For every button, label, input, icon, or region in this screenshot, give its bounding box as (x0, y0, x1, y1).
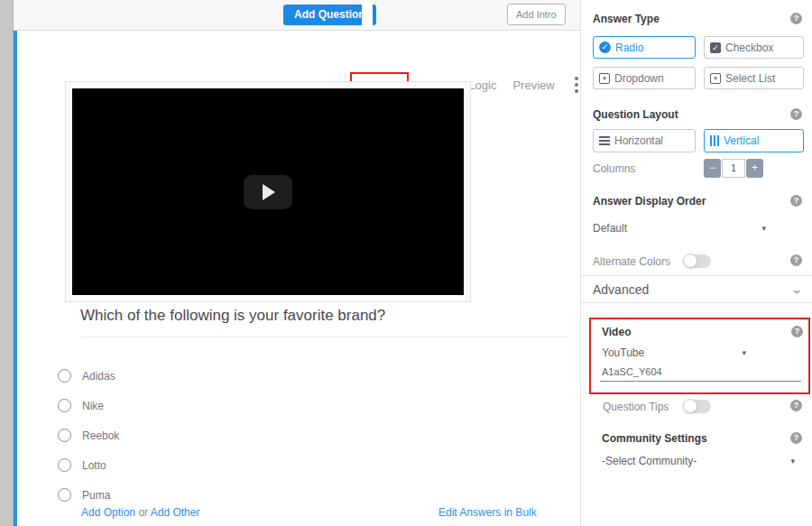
add-intro-button[interactable]: Add Intro (507, 4, 566, 25)
answer-display-order-select[interactable]: Default ▾ (593, 222, 766, 235)
edit-answers-in-bulk-link[interactable]: Edit Answers in Bulk (438, 506, 537, 519)
answer-display-order-label: Answer Display Order (593, 195, 706, 208)
alternate-colors-toggle[interactable] (684, 254, 711, 268)
layout-horizontal-button[interactable]: Horizontal (593, 129, 696, 152)
left-rail (0, 0, 14, 526)
answer-type-option-label: Checkbox (725, 42, 773, 54)
add-option-link[interactable]: Add Option (81, 506, 135, 519)
caret-down-icon: ▾ (790, 457, 795, 466)
question-title[interactable]: Which of the following is your favorite … (80, 307, 570, 337)
answer-option-row: Adidas (58, 361, 119, 391)
radio-check-icon: ✓ (599, 42, 611, 53)
answer-type-option-label: Radio (615, 42, 643, 54)
answer-option-row: Reebok (58, 420, 119, 450)
community-settings-help-icon[interactable]: ? (790, 432, 802, 444)
answer-type-dropdown-button[interactable]: ▾ Dropdown (593, 67, 696, 89)
option-label[interactable]: Puma (82, 489, 110, 502)
layout-vertical-button[interactable]: Vertical (704, 129, 804, 152)
question-layout-help-icon[interactable]: ? (790, 108, 802, 120)
radio-button-icon[interactable] (58, 429, 71, 442)
option-label[interactable]: Adidas (82, 370, 115, 383)
question-tips-toggle[interactable] (684, 400, 711, 413)
answer-type-label: Answer Type (593, 13, 660, 25)
radio-button-icon[interactable] (58, 369, 71, 383)
answer-display-order-value: Default (593, 222, 627, 235)
question-layout-label: Question Layout (593, 108, 678, 121)
answer-option-row: Lotto (58, 450, 119, 480)
settings-panel: Answer Type ? ✓ Radio ✓ Checkbox ▾ Dropd… (580, 0, 812, 526)
community-select[interactable]: -Select Community- ▾ (602, 455, 795, 467)
answer-option-row: Nike (58, 391, 119, 420)
dropdown-icon: ▾ (599, 73, 610, 84)
video-help-icon[interactable]: ? (791, 326, 803, 337)
columns-value[interactable]: 1 (722, 159, 745, 178)
toolbar-gap (362, 0, 373, 27)
video-label: Video (602, 326, 631, 338)
checkbox-icon: ✓ (710, 42, 721, 53)
radio-button-icon[interactable] (58, 399, 71, 412)
columns-stepper: − 1 + (704, 159, 763, 178)
columns-label: Columns (593, 162, 635, 175)
play-button[interactable] (244, 175, 292, 209)
alternate-colors-label: Alternate Colors (593, 255, 670, 268)
video-id-input[interactable] (600, 364, 801, 382)
answer-type-option-label: Dropdown (614, 72, 664, 85)
chevron-down-icon: ⌄ (790, 283, 803, 296)
tab-preview[interactable]: Preview (512, 78, 554, 92)
answer-type-help-icon[interactable]: ? (790, 13, 802, 24)
layout-option-label: Horizontal (614, 134, 663, 147)
community-select-value: -Select Community- (602, 455, 697, 467)
select-list-icon: ▾ (710, 73, 721, 84)
toggle-knob (683, 399, 697, 413)
vertical-bars-icon (710, 135, 719, 146)
question-video-player (65, 81, 471, 302)
columns-decrement-button[interactable]: − (704, 159, 721, 178)
option-label[interactable]: Nike (82, 400, 104, 412)
radio-button-icon[interactable] (58, 458, 71, 472)
top-toolbar: Add Question Add Intro (14, 0, 580, 31)
community-settings-label: Community Settings (602, 432, 707, 445)
tab-logic[interactable]: Logic (468, 78, 496, 92)
answer-type-radio-button[interactable]: ✓ Radio (593, 36, 696, 59)
or-text: or (138, 506, 148, 519)
caret-down-icon: ▾ (761, 224, 766, 233)
answer-options-list: Adidas Nike Reebok Lotto Puma (58, 361, 119, 510)
question-tips-help-icon[interactable]: ? (790, 400, 802, 411)
radio-button-icon[interactable] (58, 488, 71, 502)
question-card: Settings Copy Logic Preview Which of the… (14, 31, 580, 526)
video-section-annotation-box: Video ? YouTube ▾ (589, 318, 810, 394)
answer-type-option-label: Select List (725, 72, 775, 85)
caret-down-icon: ▾ (742, 348, 746, 357)
advanced-accordion[interactable]: Advanced ⌄ (581, 275, 812, 303)
columns-increment-button[interactable]: + (746, 159, 763, 178)
add-other-link[interactable]: Add Other (151, 506, 200, 519)
advanced-label: Advanced (593, 282, 649, 297)
answer-type-checkbox-button[interactable]: ✓ Checkbox (704, 36, 804, 59)
option-label[interactable]: Lotto (82, 459, 106, 472)
video-provider-select[interactable]: YouTube ▾ (602, 346, 746, 359)
video-provider-value: YouTube (602, 346, 644, 359)
layout-option-label: Vertical (724, 134, 759, 147)
video-screen[interactable] (72, 88, 464, 295)
answer-type-select-list-button[interactable]: ▾ Select List (704, 67, 804, 89)
alternate-colors-help-icon[interactable]: ? (790, 254, 802, 266)
answer-display-order-help-icon[interactable]: ? (790, 195, 802, 207)
horizontal-lines-icon (599, 136, 610, 145)
question-tips-label: Question Tips (603, 401, 669, 413)
toggle-knob (683, 254, 697, 268)
option-label[interactable]: Reebok (82, 429, 119, 442)
play-triangle-icon (261, 184, 275, 200)
survey-builder-app: Add Question Add Intro Settings Copy Log… (0, 0, 812, 526)
